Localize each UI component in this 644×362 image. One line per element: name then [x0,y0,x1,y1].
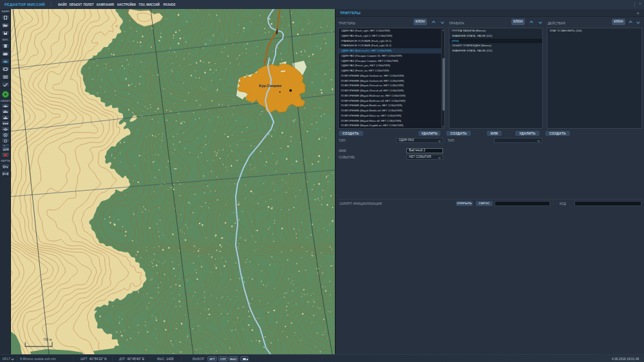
svg-text:Кур.Саирме: Кур.Саирме [259,84,282,88]
svg-text:700 м: 700 м [43,338,52,341]
